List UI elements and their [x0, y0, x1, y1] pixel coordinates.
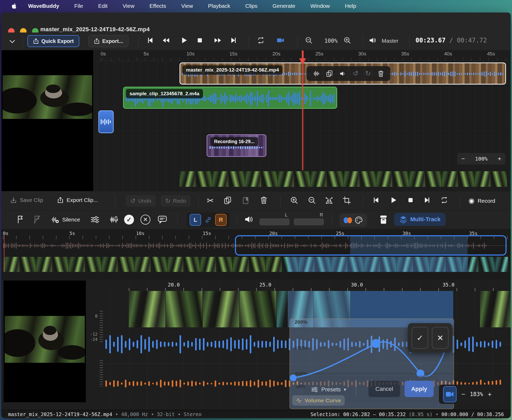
- silence-button[interactable]: Silence: [51, 215, 80, 224]
- color-tag-button[interactable]: [340, 213, 367, 227]
- fast-forward-button[interactable]: [214, 36, 222, 44]
- approve-button[interactable]: ✓: [124, 215, 134, 225]
- film-frame[interactable]: [102, 257, 118, 272]
- film-frame[interactable]: [135, 257, 151, 272]
- film-frame[interactable]: [261, 171, 278, 187]
- apply-button[interactable]: Apply: [405, 381, 434, 397]
- film-frame[interactable]: [69, 257, 85, 272]
- film-frame[interactable]: [458, 171, 475, 187]
- flip-horizontal-button[interactable]: [325, 196, 334, 205]
- film-frame[interactable]: [393, 171, 409, 187]
- film-frame[interactable]: [118, 257, 135, 272]
- film-frame[interactable]: [20, 257, 36, 272]
- reject-button[interactable]: ✕: [140, 215, 150, 225]
- menu-item[interactable]: Window: [310, 3, 330, 9]
- film-frame[interactable]: [327, 171, 343, 187]
- film-frame[interactable]: [233, 257, 249, 272]
- film-frame[interactable]: [203, 291, 240, 327]
- film-frame[interactable]: [200, 257, 216, 272]
- menu-item[interactable]: File: [74, 3, 83, 9]
- film-frame[interactable]: [212, 171, 229, 187]
- multi-track-toggle[interactable]: Multi-Track: [394, 213, 446, 226]
- stop-button[interactable]: [407, 196, 414, 204]
- undo-icon[interactable]: ↺: [353, 69, 359, 78]
- zoom-out-button[interactable]: −: [461, 155, 465, 162]
- confirm-button[interactable]: ✓: [412, 327, 428, 349]
- rewind-button[interactable]: [162, 36, 170, 44]
- view-range-box[interactable]: [235, 235, 507, 256]
- redo-icon[interactable]: ↻: [365, 69, 371, 78]
- zoom-out-button[interactable]: [308, 196, 316, 205]
- film-frame[interactable]: [266, 257, 282, 272]
- film-frame[interactable]: [184, 257, 200, 272]
- film-frame[interactable]: [53, 257, 69, 272]
- stop-button[interactable]: [196, 36, 204, 44]
- paste-button[interactable]: [242, 196, 249, 205]
- film-frame[interactable]: [495, 257, 508, 272]
- play-button[interactable]: [180, 36, 188, 44]
- zoom-in-button[interactable]: [343, 36, 351, 44]
- master-bus-label[interactable]: Master: [382, 38, 398, 44]
- clip-recording[interactable]: Recording 16-29...: [207, 134, 266, 157]
- film-frame[interactable]: [245, 171, 261, 187]
- orange-tag-dot[interactable]: [347, 217, 352, 223]
- film-frame[interactable]: [311, 171, 327, 187]
- comment-button[interactable]: [157, 215, 167, 224]
- menu-item[interactable]: Clips: [245, 3, 258, 9]
- trash-icon[interactable]: [378, 70, 384, 77]
- menu-item[interactable]: View: [181, 3, 193, 9]
- crop-button[interactable]: [343, 196, 351, 205]
- film-frame[interactable]: [229, 171, 245, 187]
- cut-button[interactable]: ✂: [207, 196, 214, 206]
- film-frame[interactable]: [167, 257, 184, 272]
- film-frame[interactable]: [480, 291, 511, 327]
- film-frame[interactable]: [278, 171, 294, 187]
- archive-button[interactable]: [379, 214, 388, 225]
- left-volume-slider[interactable]: [259, 218, 290, 225]
- video-mode-button[interactable]: [443, 386, 457, 402]
- film-frame[interactable]: [129, 291, 166, 327]
- film-frame[interactable]: [360, 171, 376, 187]
- film-frame[interactable]: [240, 291, 277, 327]
- waveform-edit-icon[interactable]: [313, 70, 319, 77]
- undo-button[interactable]: ↺Undo: [126, 195, 156, 207]
- skip-back-button[interactable]: [146, 36, 154, 44]
- clip-sample[interactable]: sample_clip_12345678_2.m4a: [123, 87, 337, 109]
- speaker-icon[interactable]: [339, 70, 346, 77]
- cancel-button[interactable]: Cancel: [368, 381, 400, 397]
- redo-button[interactable]: ↻Redo: [161, 195, 191, 207]
- film-frame[interactable]: [36, 257, 53, 272]
- menu-item[interactable]: Help: [345, 3, 356, 9]
- loop-button[interactable]: [257, 36, 265, 44]
- export-clip-button[interactable]: Export Clip...: [57, 197, 98, 203]
- film-frame[interactable]: [475, 171, 491, 187]
- film-frame[interactable]: [249, 257, 266, 272]
- detail-ruler[interactable]: 20.025.030.035.0: [128, 282, 494, 288]
- film-frame[interactable]: [3, 257, 20, 272]
- skip-forward-button[interactable]: [423, 196, 431, 204]
- copy-icon[interactable]: [326, 70, 332, 77]
- menu-item[interactable]: Edit: [98, 3, 107, 9]
- timeline-filmstrip[interactable]: [180, 171, 511, 187]
- voice-record-button[interactable]: [109, 215, 119, 225]
- film-frame[interactable]: [491, 171, 507, 187]
- adjust-sliders-button[interactable]: [90, 215, 100, 224]
- film-frame[interactable]: [151, 257, 167, 272]
- skip-forward-button[interactable]: [230, 36, 238, 44]
- curve-point[interactable]: [290, 374, 297, 381]
- video-mode-button[interactable]: [277, 36, 284, 44]
- link-icon[interactable]: [205, 217, 212, 223]
- export-button[interactable]: Export...: [88, 35, 129, 47]
- right-channel-button[interactable]: R: [215, 214, 227, 226]
- copy-button[interactable]: [224, 196, 231, 205]
- zoom-in-button[interactable]: +: [488, 390, 492, 398]
- zoom-out-button[interactable]: [305, 36, 313, 44]
- flag-remove-button[interactable]: [33, 215, 41, 224]
- menu-app-name[interactable]: WaveBuddy: [28, 3, 59, 9]
- flag-marker-button[interactable]: [16, 215, 24, 224]
- zoom-in-button[interactable]: +: [498, 155, 501, 162]
- presets-dropdown[interactable]: Presets ▾: [311, 386, 346, 393]
- play-button[interactable]: [389, 196, 397, 204]
- film-frame[interactable]: [294, 171, 311, 187]
- menu-item[interactable]: View: [123, 3, 134, 9]
